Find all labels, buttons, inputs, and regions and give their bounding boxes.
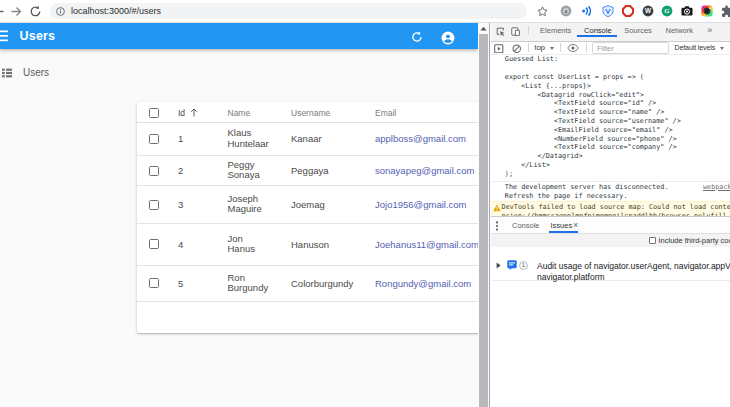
tab-overflow-chevron[interactable]: » [707, 23, 712, 38]
sidebar-item-users[interactable]: Users [0, 60, 137, 86]
email-link[interactable]: Joehanus11@gmail.com [375, 239, 478, 250]
table-row[interactable]: 2 Peggy Sonaya Peggaya sonayapeg@gmail.c… [137, 156, 478, 187]
user-avatar-icon[interactable] [441, 31, 455, 45]
cell-name: Jon Hanus [228, 224, 268, 265]
issue-row[interactable]: 1 Audit usage of navigator.userAgent, na… [491, 247, 730, 281]
table-row[interactable]: 5 Ron Burgundy Colorburgundy Rongundy@gm… [137, 266, 478, 302]
sidebar-item-label: Users [23, 60, 49, 86]
issue-message-icon [507, 260, 517, 270]
menu-hamburger-icon[interactable] [0, 30, 8, 42]
console-messages: Guessed List: export const UserList = pr… [491, 55, 730, 202]
view-list-icon [2, 68, 12, 78]
cell-id: 5 [178, 266, 183, 301]
back-icon[interactable] [0, 5, 5, 18]
device-toolbar-icon[interactable] [511, 27, 520, 36]
cell-name: Ron Burgundy [228, 266, 268, 301]
tab-network[interactable]: Network [666, 23, 694, 38]
console-line: <TextField source="name" /> [505, 108, 665, 117]
drawer-tabbar: Console Issues × [491, 217, 730, 235]
cell-username: Hanuson [291, 224, 329, 265]
clear-console-icon[interactable] [512, 44, 522, 54]
console-line: </List> [505, 161, 550, 170]
email-link[interactable]: applboss@gmail.com [375, 133, 466, 144]
scrollbar-up-icon[interactable] [478, 23, 489, 34]
app-bar: Users [0, 23, 478, 49]
cell-email: Joehanus11@gmail.com [375, 224, 478, 265]
console-line: <TextField source="id" /> [505, 99, 656, 108]
select-all-checkbox[interactable] [149, 108, 159, 118]
url-text[interactable]: localhost:3000/#/users [71, 3, 161, 19]
column-header-username[interactable]: Username [291, 102, 330, 123]
tab-elements[interactable]: Elements [540, 23, 571, 38]
extension-camera-icon[interactable] [681, 5, 693, 17]
row-checkbox[interactable] [149, 278, 159, 288]
web-page: Users Users [0, 23, 478, 407]
filter-input[interactable] [592, 42, 669, 54]
toolbar-divider [528, 43, 529, 52]
bookmark-star-icon[interactable] [536, 5, 549, 18]
column-header-email[interactable]: Email [375, 102, 396, 123]
page-title: Users [20, 23, 56, 49]
toolbar-divider [586, 43, 587, 52]
page-scrollbar[interactable] [478, 23, 489, 407]
extension-shield-icon[interactable] [602, 5, 614, 17]
table-row[interactable]: 4 Jon Hanus Hanuson Joehanus11@gmail.com [137, 224, 478, 266]
scrollbar-thumb[interactable] [479, 34, 488, 407]
more-options-icon[interactable] [495, 221, 499, 231]
issue-title-line2: navigator.platform [537, 272, 605, 282]
reload-icon[interactable] [29, 5, 42, 18]
table-row[interactable]: 1 Klaus Huntelaar Kanaar applboss@gmail.… [137, 123, 478, 156]
log-levels-selector[interactable]: Default levels [675, 42, 716, 55]
adblock-letter: A [564, 9, 567, 14]
eye-icon[interactable] [567, 44, 579, 52]
row-checkbox[interactable] [149, 134, 159, 144]
console-sidebar-icon[interactable] [494, 44, 504, 54]
site-info-icon[interactable] [56, 7, 65, 16]
expand-issue-icon[interactable] [496, 262, 501, 269]
source-link[interactable]: webpackHotDevClient.js [703, 183, 730, 192]
cell-email: applboss@gmail.com [375, 123, 466, 155]
extension-signal-icon[interactable] [581, 5, 593, 17]
g-letter: G [664, 7, 670, 14]
extension-red-ring-icon[interactable] [622, 5, 634, 17]
cell-name: Joseph Maguire [228, 186, 268, 223]
console-line: <TextField source="username" /> [505, 117, 681, 126]
context-selector[interactable]: top [535, 42, 545, 55]
levels-caret-icon [720, 47, 724, 50]
browser-toolbar: localhost:3000/#/users A W G [0, 0, 730, 23]
devtools-panel: Elements Console Sources Network » top [489, 23, 730, 407]
extension-rainbow-camera-icon[interactable] [701, 5, 713, 17]
forward-icon[interactable] [10, 5, 23, 18]
console-line: export const UserList = props => ( [505, 73, 644, 82]
email-link[interactable]: Jojo1956@gmail.com [375, 199, 467, 210]
table-header-row: Id Name Username Email [137, 102, 478, 123]
cell-email: Jojo1956@gmail.com [375, 186, 467, 223]
console-line: <Datagrid rowClick="edit"> [505, 91, 644, 100]
extension-adblock-icon[interactable]: A [560, 5, 572, 17]
include-third-party-label: Include third-party cookie issues [659, 234, 730, 247]
row-checkbox[interactable] [149, 239, 159, 249]
row-checkbox[interactable] [149, 166, 159, 176]
screen: localhost:3000/#/users A W G [0, 0, 730, 407]
email-link[interactable]: sonayapeg@gmail.com [375, 165, 474, 176]
column-header-id[interactable]: Id [178, 102, 198, 123]
extension-green-g-icon[interactable]: G [661, 5, 673, 17]
row-checkbox[interactable] [149, 200, 159, 210]
column-header-name[interactable]: Name [228, 102, 251, 123]
refresh-icon[interactable] [411, 31, 423, 43]
extensions-puzzle-icon[interactable] [721, 5, 730, 18]
active-tab-underline [577, 35, 617, 37]
address-bar[interactable]: localhost:3000/#/users [50, 3, 527, 19]
include-third-party-checkbox[interactable] [649, 237, 656, 244]
table-row[interactable]: 3 Joseph Maguire Joemag Jojo1956@gmail.c… [137, 186, 478, 224]
console-line: <TextField source="company" /> [505, 143, 677, 152]
inspect-element-icon[interactable] [496, 27, 505, 36]
console-line: ); [505, 170, 513, 179]
cell-name: Klaus Huntelaar [228, 123, 268, 155]
extension-w-circle-icon[interactable]: W [642, 5, 654, 17]
console-line: <NumberField source="phone" /> [505, 135, 677, 144]
tab-sources[interactable]: Sources [624, 23, 652, 38]
email-link[interactable]: Rongundy@gmail.com [375, 278, 471, 289]
drawer-tab-console[interactable]: Console [512, 217, 540, 234]
console-toolbar: top Default levels [491, 42, 730, 56]
